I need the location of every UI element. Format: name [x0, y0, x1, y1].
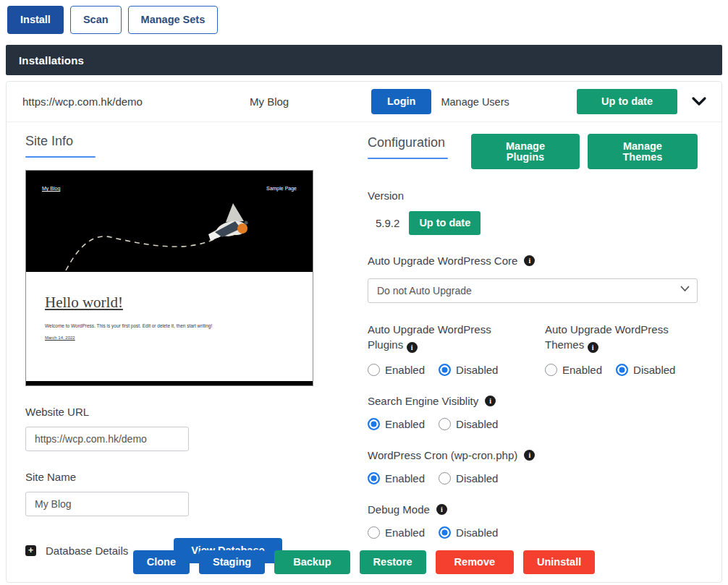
installation-site-name: My Blog [250, 95, 371, 108]
manage-plugins-button[interactable]: Manage Plugins [471, 134, 580, 169]
install-button[interactable]: Install [7, 6, 64, 34]
preview-nav-link: Sample Page [266, 186, 297, 191]
search-engine-disabled-radio[interactable] [439, 418, 451, 430]
cron-disabled-option[interactable]: Disabled [439, 472, 498, 484]
installation-url: https://wcp.com.hk/demo [17, 95, 250, 108]
version-label: Version [368, 189, 698, 202]
configuration-title-wrap: Configuration [368, 134, 471, 159]
configuration-underline [368, 158, 448, 159]
configuration-title: Configuration [368, 135, 471, 150]
plugins-disabled-option[interactable]: Disabled [439, 364, 498, 376]
uninstall-button[interactable]: Uninstall [523, 550, 595, 575]
status-up-to-date-button[interactable]: Up to date [577, 89, 677, 114]
debug-enabled-radio[interactable] [368, 526, 380, 539]
site-preview-thumbnail[interactable]: My Blog Sample Page Hello world! Welcome… [25, 170, 313, 386]
manage-themes-button[interactable]: Manage Themes [588, 134, 698, 169]
clone-button[interactable]: Clone [133, 550, 190, 575]
auto-upgrade-core-label: Auto Upgrade WordPress Core [368, 255, 517, 267]
website-url-input[interactable] [25, 427, 189, 451]
installation-row: https://wcp.com.hk/demo My Blog Login Ma… [7, 82, 721, 122]
preview-post-date: March 14, 2022 [45, 336, 75, 340]
debug-enabled-option[interactable]: Enabled [368, 526, 425, 539]
search-engine-label: Search Engine Visiblity [368, 395, 478, 407]
manage-sets-button[interactable]: Manage Sets [128, 6, 219, 34]
auto-upgrade-themes-label: Auto Upgrade WordPress Themes [545, 323, 669, 351]
debug-disabled-radio[interactable] [439, 526, 451, 539]
themes-disabled-radio[interactable] [616, 364, 628, 376]
preview-site-title-link: My Blog [42, 186, 60, 191]
backup-button[interactable]: Backup [274, 550, 350, 575]
action-buttons-row: Clone Staging Backup Restore Remove Unin… [7, 550, 721, 575]
preview-post-excerpt: Welcome to WordPress. This is your first… [45, 323, 294, 328]
remove-button[interactable]: Remove [436, 550, 514, 575]
cron-enabled-radio[interactable] [368, 472, 380, 484]
search-engine-enabled-option[interactable]: Enabled [368, 418, 425, 430]
configuration-panel: Configuration Manage Plugins Manage Them… [368, 122, 721, 563]
search-engine-enabled-radio[interactable] [368, 418, 380, 430]
info-icon[interactable]: i [436, 504, 447, 515]
auto-upgrade-plugins-group: Auto Upgrade WordPress Plugins i Enabled… [368, 322, 545, 376]
search-engine-group: Search Engine Visiblity i Enabled Disabl… [368, 395, 698, 430]
cron-enabled-option[interactable]: Enabled [368, 472, 425, 484]
preview-footer [26, 381, 313, 385]
cron-label: WordPress Cron (wp-cron.php) [368, 449, 517, 461]
site-info-title: Site Info [25, 134, 368, 149]
themes-disabled-option[interactable]: Disabled [616, 364, 675, 376]
version-value: 5.9.2 [376, 217, 399, 229]
debug-mode-label: Debug Mode [368, 503, 430, 516]
staging-button[interactable]: Staging [199, 550, 265, 575]
website-url-label: Website URL [25, 406, 368, 418]
auto-upgrade-groups: Auto Upgrade WordPress Plugins i Enabled… [368, 322, 698, 376]
info-icon[interactable]: i [524, 255, 535, 266]
preview-body: Hello world! Welcome to WordPress. This … [26, 272, 313, 342]
debug-disabled-option[interactable]: Disabled [439, 526, 498, 539]
installations-title: Installations [19, 54, 84, 67]
auto-upgrade-themes-group: Auto Upgrade WordPress Themes i Enabled … [545, 322, 698, 376]
cron-group: WordPress Cron (wp-cron.php) i Enabled D… [368, 449, 698, 484]
installations-bar: Installations [6, 45, 722, 75]
themes-enabled-radio[interactable] [545, 364, 557, 376]
preview-header: My Blog Sample Page [26, 171, 313, 272]
card-body: Site Info My Blog Sample Page [7, 122, 721, 563]
info-icon[interactable]: i [485, 396, 496, 406]
auto-upgrade-core-heading: Auto Upgrade WordPress Core i [368, 255, 698, 267]
cron-disabled-radio[interactable] [439, 472, 451, 484]
themes-enabled-option[interactable]: Enabled [545, 364, 602, 376]
info-icon[interactable]: i [588, 342, 598, 353]
plugins-disabled-radio[interactable] [439, 364, 451, 376]
site-name-input[interactable] [25, 492, 189, 516]
restore-button[interactable]: Restore [360, 550, 426, 575]
login-button[interactable]: Login [371, 89, 431, 114]
version-row: 5.9.2 Up to date [368, 211, 698, 235]
installation-card: https://wcp.com.hk/demo My Blog Login Ma… [6, 81, 722, 583]
configuration-header: Configuration Manage Plugins Manage Them… [368, 134, 698, 169]
auto-upgrade-core-select[interactable]: Do not Auto Upgrade [368, 278, 698, 303]
search-engine-disabled-option[interactable]: Disabled [439, 418, 498, 430]
top-toolbar: Install Scan Manage Sets [0, 0, 728, 34]
chevron-down-icon[interactable] [691, 96, 707, 107]
plugins-enabled-radio[interactable] [368, 364, 380, 376]
auto-upgrade-plugins-label: Auto Upgrade WordPress Plugins [368, 323, 491, 351]
site-name-label: Site Name [25, 471, 368, 483]
version-status-button[interactable]: Up to date [409, 211, 481, 235]
plugins-enabled-option[interactable]: Enabled [368, 364, 425, 376]
site-info-panel: Site Info My Blog Sample Page [7, 122, 368, 563]
info-icon[interactable]: i [524, 450, 535, 461]
info-icon[interactable]: i [407, 342, 418, 353]
auto-upgrade-core-select-wrap: Do not Auto Upgrade [368, 278, 698, 303]
manage-users-link[interactable]: Manage Users [441, 96, 509, 108]
preview-post-title: Hello world! [45, 294, 294, 312]
debug-group: Debug Mode i Enabled Disabled [368, 503, 698, 539]
site-info-underline [25, 156, 96, 158]
scan-button[interactable]: Scan [70, 6, 122, 34]
